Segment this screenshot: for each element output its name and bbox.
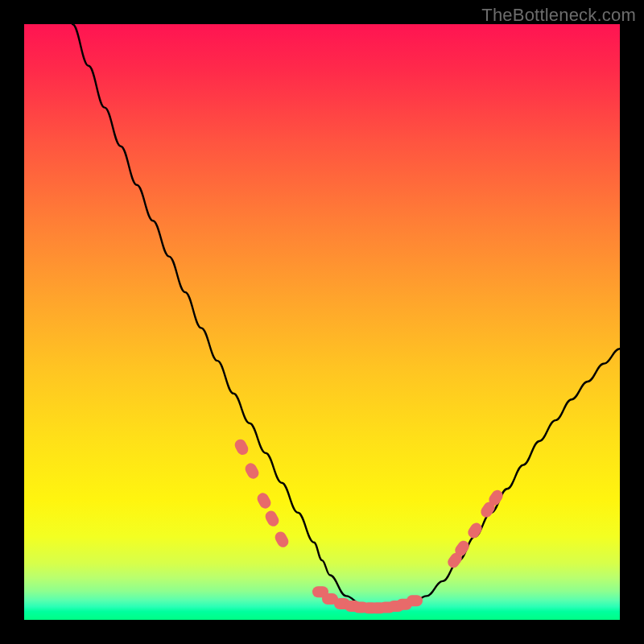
curve-marker bbox=[233, 437, 250, 456]
curve-marker bbox=[273, 530, 291, 549]
chart-frame: TheBottleneck.com bbox=[0, 0, 644, 644]
plot-area bbox=[24, 24, 620, 620]
curve-marker bbox=[243, 461, 261, 481]
curve-marker bbox=[407, 595, 423, 606]
chart-svg bbox=[24, 24, 620, 620]
curve-marker bbox=[466, 521, 485, 540]
curve-marker bbox=[255, 491, 273, 510]
curve-marker bbox=[263, 509, 281, 528]
marker-group bbox=[233, 437, 505, 613]
bottleneck-curve bbox=[72, 24, 620, 608]
watermark-text: TheBottleneck.com bbox=[481, 5, 636, 26]
